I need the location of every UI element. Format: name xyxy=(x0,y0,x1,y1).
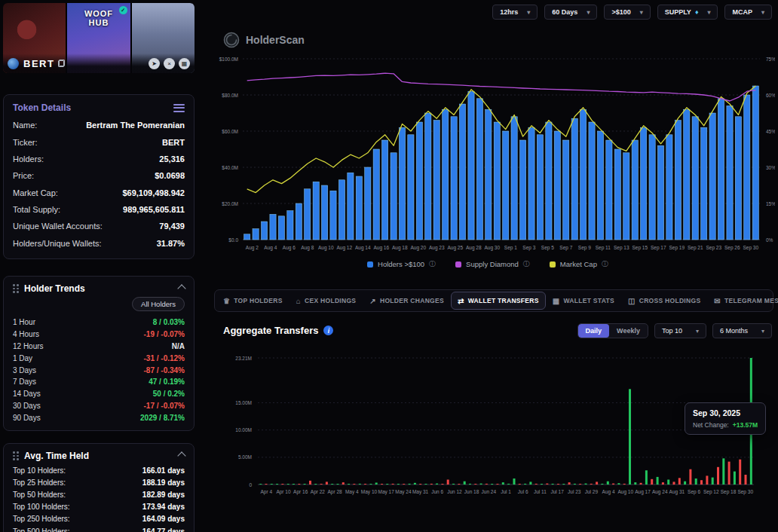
svg-text:Jul 17: Jul 17 xyxy=(550,489,564,494)
detail-label: Holders: xyxy=(13,154,44,164)
time-held-value: 182.89 days xyxy=(142,491,185,499)
drag-handle-icon[interactable] xyxy=(13,451,19,460)
token-detail-row: Holders/Unique Wallets:31.87% xyxy=(13,235,185,252)
svg-text:Jul 1: Jul 1 xyxy=(501,489,511,494)
weekly-toggle-button[interactable]: Weekly xyxy=(609,324,648,338)
holder-trend-row: 12 HoursN/A xyxy=(13,341,185,353)
svg-text:Sep 18: Sep 18 xyxy=(721,489,737,495)
svg-text:Jul 6: Jul 6 xyxy=(518,489,528,494)
detail-value: Bertram The Pomeranian xyxy=(86,121,185,130)
tab-top-holders[interactable]: ♛TOP HOLDERS xyxy=(216,290,289,311)
chevron-down-icon: ▾ xyxy=(707,9,710,16)
token-details-title: Token Details xyxy=(13,102,71,113)
drag-handle-icon[interactable] xyxy=(13,284,19,293)
range-filter[interactable]: 60 Days▾ xyxy=(544,5,597,20)
tab-wallet-stats[interactable]: ▦WALLET STATS xyxy=(546,290,621,311)
detail-label: Unique Wallet Accounts: xyxy=(13,222,103,231)
daily-toggle-button[interactable]: Daily xyxy=(578,324,610,338)
svg-text:Jul 23: Jul 23 xyxy=(568,489,581,494)
tooltip-date: Sep 30, 2025 xyxy=(693,408,758,417)
top-filter-select[interactable]: Top 10 ▾ xyxy=(654,323,706,338)
legend-item-2[interactable]: Market Capⓘ xyxy=(550,259,608,269)
svg-text:Aug 10: Aug 10 xyxy=(318,245,334,251)
all-holders-button[interactable]: All Holders xyxy=(132,297,185,311)
chart-tooltip: Sep 30, 2025 Net Change: +13.57M xyxy=(685,402,766,435)
threshold-filter-label: >$100 xyxy=(611,8,630,16)
transfers-chart-wrap: 23.21M15.00M10.00M5.00M0Apr 4Apr 10Apr 1… xyxy=(213,344,775,505)
chart-legend: Holders >$100ⓘSupply DiamondⓘMarket Capⓘ xyxy=(202,259,773,269)
menu-icon[interactable] xyxy=(173,102,185,114)
token-detail-row: Unique Wallet Accounts:79,439 xyxy=(13,218,185,234)
avg-time-held-title: Avg. Time Held xyxy=(24,451,89,461)
legend-item-1[interactable]: Supply Diamondⓘ xyxy=(455,259,530,269)
range-filter-select[interactable]: 6 Months ▾ xyxy=(712,323,772,338)
svg-text:May 24: May 24 xyxy=(395,489,412,495)
threshold-filter[interactable]: >$100▾ xyxy=(604,5,650,20)
supply-filter[interactable]: SUPPLY♦▾ xyxy=(657,5,718,20)
tooltip-value: +13.57M xyxy=(733,421,758,429)
avg-time-held-header: Avg. Time Held xyxy=(13,451,185,461)
legend-item-0[interactable]: Holders >$100ⓘ xyxy=(367,259,436,269)
svg-text:$40.0M: $40.0M xyxy=(222,165,238,170)
trend-label: 1 Hour xyxy=(13,318,35,326)
info-icon: ⓘ xyxy=(602,259,608,269)
tab-telegram-messages[interactable]: ✉TELEGRAM MESSAGES xyxy=(707,290,778,311)
trend-icon: ↗ xyxy=(369,297,376,305)
svg-text:Sep 11: Sep 11 xyxy=(596,245,611,251)
interval-filter-label: 12hrs xyxy=(500,8,518,16)
tab-label: WALLET TRANSFERS xyxy=(468,297,539,304)
svg-text:Aug 30: Aug 30 xyxy=(484,245,500,251)
chevron-up-icon[interactable] xyxy=(177,451,185,460)
tab-wallet-transfers[interactable]: ⇄WALLET TRANSFERS xyxy=(451,292,546,310)
tab-holder-changes[interactable]: ↗HOLDER CHANGES xyxy=(363,290,451,311)
time-held-label: Top 100 Holders: xyxy=(13,503,70,511)
holder-trends-header: Holder Trends xyxy=(13,283,185,294)
tab-cross-holdings[interactable]: ◫CROSS HOLDINGS xyxy=(621,290,707,311)
web-icon[interactable]: ▦ xyxy=(179,58,190,69)
holder-trend-row: 90 Days2029 / 8.71% xyxy=(13,411,185,423)
trend-label: 14 Days xyxy=(13,390,41,398)
trend-value: 47 / 0.19% xyxy=(149,378,185,386)
token-detail-row: Total Supply:989,965,605.811 xyxy=(13,201,185,218)
period-toggle: Daily Weekly xyxy=(577,323,648,338)
svg-text:Apr 4: Apr 4 xyxy=(261,489,273,495)
time-held-value: 173.94 days xyxy=(142,503,185,511)
svg-text:Jun 18: Jun 18 xyxy=(464,489,479,494)
tooltip-label: Net Change: xyxy=(693,421,729,429)
tab-cex-holdings[interactable]: ⌂CEX HOLDINGS xyxy=(289,290,363,311)
svg-text:Sep 5: Sep 5 xyxy=(541,245,554,251)
svg-text:23.21M: 23.21M xyxy=(235,356,252,361)
trend-value: N/A xyxy=(172,342,185,350)
svg-text:15%: 15% xyxy=(766,201,775,206)
svg-text:Sep 26: Sep 26 xyxy=(724,245,740,251)
tab-label: HOLDER CHANGES xyxy=(380,297,444,304)
detail-label: Ticker: xyxy=(13,138,38,147)
info-icon[interactable]: i xyxy=(323,326,333,335)
time-held-label: Top 25 Holders: xyxy=(13,478,66,487)
svg-text:May 17: May 17 xyxy=(378,489,395,495)
cross-icon: ◫ xyxy=(628,297,636,305)
svg-text:Sep 21: Sep 21 xyxy=(688,245,703,251)
trend-label: 12 Hours xyxy=(13,342,44,350)
transfer-icon: ⇄ xyxy=(458,297,464,305)
interval-filter[interactable]: 12hrs▾ xyxy=(492,5,538,20)
svg-text:Jun 24: Jun 24 xyxy=(482,489,497,494)
time-held-value: 164.09 days xyxy=(142,515,185,523)
x-icon[interactable]: × xyxy=(164,58,175,69)
token-detail-row: Price:$0.0698 xyxy=(13,167,185,184)
token-detail-row: Ticker:BERT xyxy=(13,133,185,150)
token-details-rows: Name:Bertram The PomeranianTicker:BERTHo… xyxy=(13,117,185,252)
time-held-value: 164.77 days xyxy=(142,527,185,532)
telegram-icon[interactable]: ➤ xyxy=(149,58,160,69)
detail-label: Total Supply: xyxy=(13,205,60,214)
holders-supply-mcap-chart[interactable]: $0.00%$20.0M15%$40.0M30%$60.0M45%$80.0M6… xyxy=(202,50,775,252)
copy-icon[interactable] xyxy=(58,60,65,67)
svg-text:Sep 30: Sep 30 xyxy=(737,489,753,495)
chevron-up-icon[interactable] xyxy=(177,284,185,292)
trend-value: -87 / -0.34% xyxy=(144,366,185,375)
mcap-filter[interactable]: MCAP▾ xyxy=(724,5,772,20)
svg-text:Aug 24: Aug 24 xyxy=(652,489,668,495)
holder-trends-rows: 1 Hour8 / 0.03%4 Hours-19 / -0.07%12 Hou… xyxy=(13,316,185,423)
svg-text:Sep 1: Sep 1 xyxy=(504,245,517,251)
svg-text:15.00M: 15.00M xyxy=(235,400,252,405)
